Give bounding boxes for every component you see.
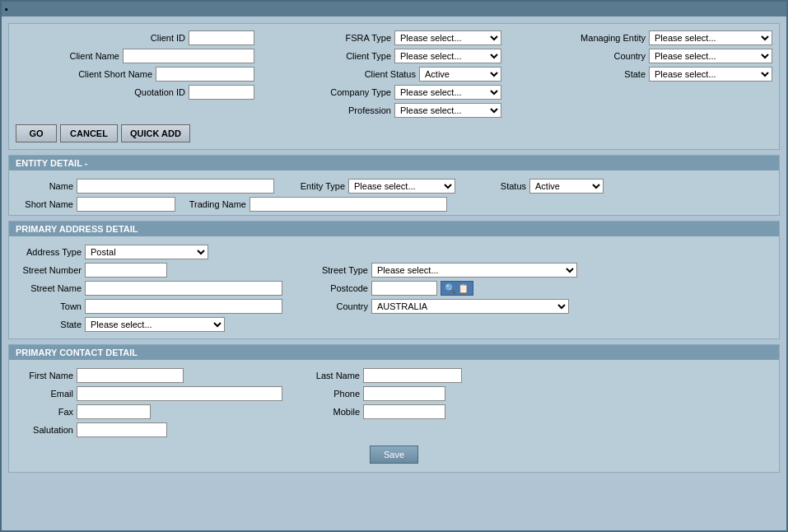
country-row: Country Please select... [510,49,772,63]
entity-short-name-input[interactable] [77,197,175,212]
client-short-name-input[interactable] [156,67,254,82]
salutation-label: Salutation [16,425,73,435]
state-select[interactable]: Please select... [649,67,772,82]
quotation-id-label: Quotation ID [119,87,185,97]
last-name-row: Last Name [302,368,462,383]
first-name-row: First Name [16,368,282,383]
client-type-row: Client Type Please select... [263,49,501,63]
email-label: Email [16,389,73,399]
profession-label: Profession [325,105,391,115]
postcode-row: Postcode 🔍 📋 [302,281,577,296]
entity-status-label: Status [469,181,526,191]
client-short-name-row: Client Short Name [16,67,254,82]
addr-state-row: State Please select... [16,317,282,332]
phone-input[interactable] [363,386,445,401]
contact-section: PRIMARY CONTACT DETAIL First Name Email [8,344,780,473]
client-name-label: Client Name [54,51,119,61]
street-type-label: Street Type [302,265,368,275]
fsra-type-row: FSRA Type Please select... [263,30,501,45]
postcode-lookup-icon: 🔍 [445,283,456,294]
company-type-label: Company Type [325,87,391,97]
trading-name-label: Trading Name [189,199,246,209]
title-bar-icon: ▪ [5,4,8,14]
company-type-select[interactable]: Please select... [394,85,501,100]
state-row: State Please select... [510,67,772,82]
address-section: PRIMARY ADDRESS DETAIL Address Type Post… [8,221,780,339]
address-type-label: Address Type [16,247,82,257]
contact-section-header: PRIMARY CONTACT DETAIL [9,345,779,360]
street-name-row: Street Name [16,281,282,296]
client-name-input[interactable] [123,49,254,63]
fax-input[interactable] [77,404,151,419]
street-type-row: Street Type Please select... [302,263,577,278]
mobile-label: Mobile [302,407,360,417]
town-label: Town [16,301,82,311]
street-number-input[interactable] [85,263,167,278]
entity-type-select[interactable]: Please select... [348,179,455,194]
address-type-row: Address Type Postal Physical [16,245,208,259]
save-bar: Save [16,441,772,469]
addr-state-select[interactable]: Please select... [85,317,225,332]
quick-add-button[interactable]: QUICK ADD [121,124,190,142]
client-short-name-label: Client Short Name [78,69,152,79]
addr-country-row: Country AUSTRALIA [302,299,577,314]
go-button[interactable]: GO [16,124,57,142]
street-name-input[interactable] [85,281,282,296]
quotation-id-input[interactable] [189,85,254,100]
phone-row: Phone [302,386,462,401]
street-number-row: Street Number [16,263,282,278]
entity-section: ENTITY DETAIL - Name Entity Type Please … [8,155,780,216]
postcode-lookup-button[interactable]: 🔍 📋 [441,281,473,296]
client-type-label: Client Type [325,51,391,61]
last-name-input[interactable] [363,368,462,383]
client-status-select[interactable]: Active Inactive [419,67,501,82]
managing-entity-label: Managing Entity [580,33,646,43]
country-select[interactable]: Please select... [649,49,772,63]
postcode-input[interactable] [371,281,437,296]
fax-label: Fax [16,407,73,417]
profession-row: Profession Please select... [263,103,501,118]
first-name-input[interactable] [77,368,184,383]
entity-type-row: Entity Type Please select... [287,179,455,194]
country-label: Country [580,51,646,61]
managing-entity-select[interactable]: Please select... [649,30,772,45]
first-name-label: First Name [16,371,73,380]
email-input[interactable] [77,386,282,401]
client-name-row: Client Name [16,49,254,63]
trading-name-input[interactable] [249,197,447,212]
profession-select[interactable]: Please select... [394,103,501,118]
phone-label: Phone [302,389,360,399]
save-button[interactable]: Save [370,446,418,464]
state-label: State [580,69,646,79]
mobile-input[interactable] [363,404,445,419]
email-row: Email [16,386,282,401]
quotation-id-row: Quotation ID [16,85,254,100]
addr-state-label: State [16,320,82,329]
town-input[interactable] [85,299,282,314]
entity-status-select[interactable]: Active Inactive [529,179,604,194]
addr-country-select[interactable]: AUSTRALIA [371,299,569,314]
entity-status-row: Status Active Inactive [469,179,604,194]
fsra-type-select[interactable]: Please select... [394,30,501,45]
entity-name-input[interactable] [77,179,274,194]
entity-short-name-row: Short Name [16,197,175,212]
address-section-header: PRIMARY ADDRESS DETAIL [9,222,779,236]
street-type-select[interactable]: Please select... [371,263,577,278]
title-bar: ▪ [2,2,786,16]
street-number-label: Street Number [16,265,82,275]
mobile-row: Mobile [302,404,462,419]
managing-entity-row: Managing Entity Please select... [510,30,772,45]
address-type-select[interactable]: Postal Physical [85,245,208,259]
company-type-row: Company Type Please select... [263,85,501,100]
town-row: Town [16,299,282,314]
client-status-label: Client Status [350,69,416,79]
client-id-row: Client ID [16,30,254,45]
client-type-select[interactable]: Please select... [394,49,501,63]
client-id-input[interactable] [189,30,254,45]
cancel-button[interactable]: CANCEL [60,124,118,142]
postcode-lookup-icon2: 📋 [458,283,469,294]
salutation-input[interactable] [77,422,167,437]
client-status-row: Client Status Active Inactive [263,67,501,82]
salutation-row: Salutation [16,422,282,437]
last-name-label: Last Name [302,371,360,380]
